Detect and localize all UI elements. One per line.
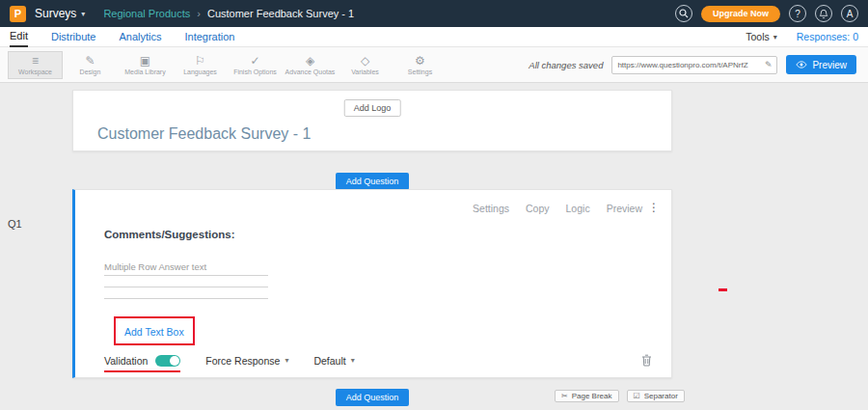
tools-menu[interactable]: Tools ▾ [746, 31, 777, 42]
notifications-button[interactable] [815, 5, 832, 22]
default-dropdown[interactable]: Default ▾ [313, 355, 354, 367]
breadcrumb-current: Customer Feedback Survey - 1 [207, 8, 354, 19]
question-preview-link[interactable]: Preview [607, 203, 642, 214]
add-question-button-bottom[interactable]: Add Question [336, 389, 410, 406]
search-icon [679, 9, 689, 18]
caret-down-icon: ▾ [773, 33, 777, 41]
separator-icon: ☑ [634, 392, 640, 400]
finish-options-icon: ✓ [250, 55, 259, 67]
survey-header-card: Add Logo Customer Feedback Survey - 1 [72, 90, 672, 151]
design-icon: ✎ [85, 55, 95, 67]
validation-toggle[interactable] [155, 355, 180, 367]
tab-distribute[interactable]: Distribute [51, 28, 95, 46]
question-more-menu[interactable]: ⋮ [648, 201, 660, 214]
search-button[interactable] [675, 5, 692, 22]
add-logo-button[interactable]: Add Logo [344, 99, 401, 117]
media-library-icon: ▣ [140, 55, 150, 67]
preview-label: Preview [812, 60, 847, 70]
validation-control: Validation [104, 355, 180, 367]
trash-icon [641, 354, 652, 367]
toolbar-item-variables[interactable]: ◇ Variables [338, 51, 393, 79]
question-text[interactable]: Comments/Suggestions: [104, 229, 234, 240]
tab-edit[interactable]: Edit [10, 27, 28, 47]
editor-toolbar: ≡ Workspace ✎ Design ▣ Media Library ⚐ L… [0, 47, 868, 83]
breadcrumb: Regional Products › Customer Feedback Su… [103, 8, 354, 19]
question-card: Settings Copy Logic Preview ⋮ Comments/S… [72, 189, 672, 378]
main-nav: Edit Distribute Analytics Integration To… [0, 27, 868, 47]
caret-down-icon: ▾ [81, 10, 85, 18]
delete-question-button[interactable] [641, 354, 652, 367]
annotation-red-dash [719, 288, 727, 291]
chevron-right-icon: › [197, 8, 201, 19]
toolbar-item-design[interactable]: ✎ Design [63, 51, 118, 79]
toolbar-item-languages[interactable]: ⚐ Languages [173, 51, 228, 79]
responses-link[interactable]: Responses: 0 [797, 31, 858, 42]
add-question-button-top[interactable]: Add Question [336, 173, 410, 190]
validation-annotation-underline [104, 370, 180, 372]
toggle-knob [170, 356, 179, 366]
add-text-box-link[interactable]: Add Text Box [124, 326, 184, 338]
caret-down-icon: ▾ [351, 356, 355, 365]
survey-url-box: ✎ [611, 56, 777, 74]
toolbar-item-advance-quotas[interactable]: ◈ Advance Quotas [283, 51, 338, 79]
question-logic-link[interactable]: Logic [566, 203, 590, 214]
bell-icon [819, 9, 828, 19]
answer-placeholder: Multiple Row Answer text [104, 261, 268, 276]
advance-quotas-icon: ◈ [306, 55, 314, 67]
multirow-answer-textarea[interactable]: Multiple Row Answer text [104, 261, 268, 299]
avatar[interactable]: A [841, 5, 858, 22]
answer-row-line [104, 287, 268, 299]
question-code: Q1 [8, 218, 22, 230]
toolbar-item-settings[interactable]: ⚙ Settings [393, 51, 448, 79]
validation-label: Validation [104, 355, 148, 367]
page-break-icon: ✂ [561, 392, 568, 400]
variables-icon: ◇ [361, 55, 369, 67]
workspace-icon: ≡ [32, 55, 39, 67]
add-text-box-highlight: Add Text Box [114, 316, 195, 345]
toolbar-item-finish-options[interactable]: ✓ Finish Options [228, 51, 283, 79]
question-actions: Settings Copy Logic Preview [473, 203, 642, 214]
help-button[interactable]: ? [789, 5, 806, 22]
question-mark-icon: ? [795, 9, 800, 19]
save-status: All changes saved [529, 60, 603, 70]
question-settings-link[interactable]: Settings [473, 203, 509, 214]
surveys-menu[interactable]: Surveys ▾ [35, 7, 85, 20]
questionpro-logo: P [10, 6, 26, 22]
tools-label: Tools [746, 31, 770, 42]
survey-url-input[interactable] [617, 61, 760, 69]
separator-button[interactable]: ☑ Separator [627, 390, 685, 402]
toolbar-item-media-library[interactable]: ▣ Media Library [118, 51, 173, 79]
upgrade-now-button[interactable]: Upgrade Now [701, 6, 780, 22]
toolbar-item-workspace[interactable]: ≡ Workspace [8, 51, 63, 79]
settings-icon: ⚙ [415, 55, 425, 67]
preview-button[interactable]: Preview [786, 55, 856, 74]
page-controls: ✂ Page Break ☑ Separator [555, 390, 685, 402]
force-response-dropdown[interactable]: Force Response ▾ [205, 355, 288, 367]
eye-icon [796, 61, 807, 68]
edit-url-icon[interactable]: ✎ [765, 60, 773, 69]
surveys-menu-label: Surveys [35, 7, 76, 20]
survey-editor-canvas: Q1 Add Logo Customer Feedback Survey - 1… [0, 83, 868, 410]
question-copy-link[interactable]: Copy [526, 203, 550, 214]
tab-integration[interactable]: Integration [184, 28, 234, 46]
tab-analytics[interactable]: Analytics [119, 28, 161, 46]
languages-icon: ⚐ [195, 55, 205, 67]
avatar-letter: A [847, 9, 854, 19]
page-break-button[interactable]: ✂ Page Break [555, 390, 619, 402]
breadcrumb-parent[interactable]: Regional Products [103, 8, 190, 19]
question-footer-row: Validation Force Response ▾ Default ▾ [104, 354, 652, 367]
survey-title[interactable]: Customer Feedback Survey - 1 [97, 125, 311, 143]
caret-down-icon: ▾ [285, 356, 288, 365]
answer-row-line [104, 276, 268, 287]
topbar: P Surveys ▾ Regional Products › Customer… [0, 0, 868, 27]
